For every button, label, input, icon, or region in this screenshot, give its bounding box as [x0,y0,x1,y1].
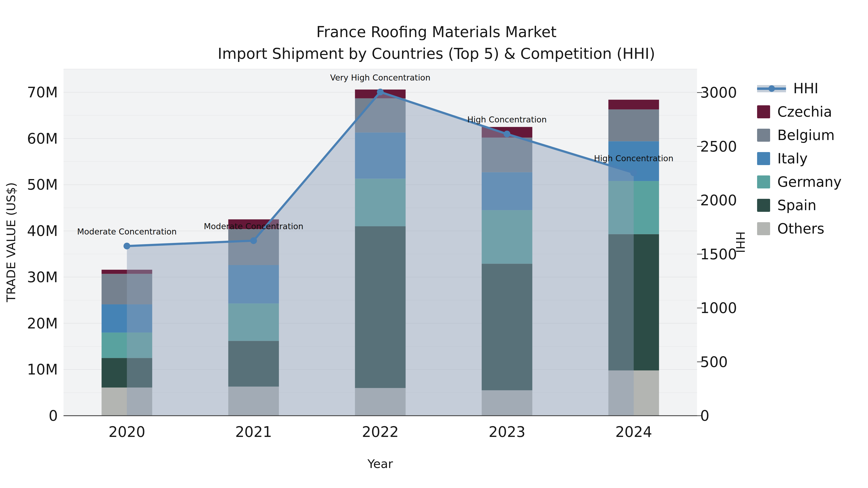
legend-label: Italy [777,151,808,167]
bar-segment-czechia-2024 [608,100,659,109]
legend-item-czechia: Czechia [757,100,842,123]
x-axis-tick-label: 2023 [459,425,555,439]
legend-label: Germany [777,174,842,190]
hhi-marker-2024 [630,169,637,176]
legend-item-germany: Germany [757,170,842,194]
hhi-marker-2020 [123,243,130,250]
x-axis-title: Year [332,457,429,471]
y-axis-tick-label: 10M [0,362,58,377]
y-axis-tick-label: 0 [0,409,58,423]
legend-label: Belgium [777,127,835,143]
y-axis-tick-label: 70M [0,85,58,100]
y2-axis-tick-label: 0 [700,409,773,423]
x-axis-tick-label: 2022 [332,425,429,439]
legend-swatch-icon [757,199,770,212]
legend-swatch-icon [757,129,770,142]
legend-item-others: Others [757,217,842,240]
x-axis-tick-label: 2024 [585,425,682,439]
y2-axis-tick-label: 1000 [700,301,773,315]
legend-item-italy: Italy [757,147,842,170]
legend-swatch-icon [757,152,770,165]
annotation-2024: High Concentration [549,153,718,163]
legend-item-hhi: HHI [757,77,842,100]
y-axis-tick-label: 50M [0,177,58,192]
figure: France Roofing Materials Market Import S… [0,0,868,488]
annotation-2023: High Concentration [423,115,591,125]
y2-axis-title: HHI [733,134,747,351]
legend-label: Others [777,221,824,237]
legend-label: Spain [777,197,816,214]
y-axis-tick-label: 60M [0,131,58,146]
annotation-2022: Very High Concentration [296,72,465,83]
legend-swatch-icon [757,175,770,189]
hhi-marker-2022 [377,89,383,95]
y-axis-tick-label: 30M [0,270,58,284]
legend-item-belgium: Belgium [757,123,842,147]
hhi-line-swatch-icon [757,82,786,95]
x-axis-tick-label: 2021 [206,425,302,439]
annotation-2021: Moderate Concentration [169,221,338,231]
chart-title-line2: Import Shipment by Countries (Top 5) & C… [123,43,750,65]
x-axis-tick-label: 2020 [79,425,175,439]
legend-label: Czechia [777,104,832,120]
y2-axis-tick-label: 1500 [700,247,773,261]
y2-axis-tick-label: 500 [700,355,773,369]
hhi-marker-2023 [504,131,510,137]
legend-swatch-icon [757,222,770,235]
chart-title: France Roofing Materials Market Import S… [123,21,750,65]
legend-label: HHI [793,80,818,97]
legend-swatch-icon [757,105,770,118]
chart-title-line1: France Roofing Materials Market [123,21,750,43]
legend: HHICzechiaBelgiumItalyGermanySpainOthers [757,77,842,240]
legend-item-spain: Spain [757,194,842,217]
hhi-marker-2021 [250,237,257,244]
y-axis-tick-label: 20M [0,316,58,331]
bar-segment-belgium-2024 [608,109,659,141]
